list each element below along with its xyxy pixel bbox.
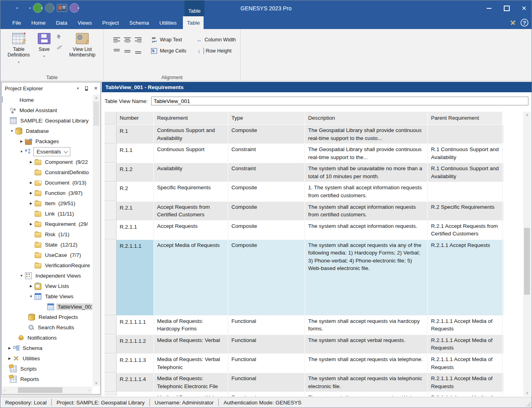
tree-item[interactable]: Search Results xyxy=(2,322,92,332)
tree-item[interactable]: Notifications xyxy=(2,332,92,343)
wrap-text-button[interactable]: abc↩ Wrap Text xyxy=(151,37,187,43)
cell-description[interactable]: The system shall accept requests via a W… xyxy=(305,392,428,396)
tree-expander-icon[interactable] xyxy=(18,140,25,143)
ribbon-tab[interactable]: Table xyxy=(183,16,204,29)
tree-item[interactable]: Table Views xyxy=(2,291,92,301)
cell-parent-requirement[interactable]: R.2.1.1.1 Accept Media of Requests xyxy=(428,392,503,396)
table-vertical-scrollbar[interactable]: ∧ ∨ xyxy=(523,112,531,396)
tree-item[interactable]: Link (11/11) xyxy=(2,208,92,219)
ribbon-tab[interactable]: File xyxy=(8,16,25,29)
pin-icon[interactable] xyxy=(56,34,62,40)
cell-parent-requirement[interactable]: R.2.1.1.1 Accept Media of Requests xyxy=(428,373,503,392)
table-view-name-input[interactable] xyxy=(151,97,528,105)
tree-item[interactable]: Reports xyxy=(2,374,92,384)
cell-requirement[interactable]: Accept Requests xyxy=(154,221,228,239)
table-row[interactable]: R.2.1.1.1 Accept Media of Requests Compo… xyxy=(105,240,503,316)
cell-parent-requirement[interactable]: R.1 Continuous Support and Availability xyxy=(428,163,503,182)
cell-number[interactable]: R.2 xyxy=(116,182,154,201)
tree-item[interactable]: Document (0/13) xyxy=(2,177,92,188)
table-definitions-button[interactable]: Table Definitions ▾ xyxy=(4,31,33,64)
row-selector[interactable] xyxy=(105,240,116,315)
cell-type[interactable]: Functional xyxy=(228,335,305,354)
row-selector[interactable] xyxy=(105,373,116,392)
tree-item[interactable]: TableView_001 xyxy=(2,301,92,312)
remove-star-icon[interactable]: ☆ xyxy=(56,44,62,51)
cell-parent-requirement[interactable]: R.1 Continuous Support and Availability xyxy=(428,144,503,163)
cell-type[interactable]: Composite xyxy=(228,240,305,315)
row-selector[interactable] xyxy=(105,221,116,239)
cell-number[interactable]: R.2.1.1.1.5 xyxy=(116,392,154,396)
cell-number[interactable]: R.2.1.1.1.2 xyxy=(116,335,154,354)
cell-parent-requirement[interactable]: R.2.1.1 Accept Requests xyxy=(428,240,503,315)
tree-item[interactable]: Component (9/22 xyxy=(2,157,92,167)
ribbon-tab[interactable]: Schema xyxy=(125,16,153,29)
panel-close-icon[interactable]: ✕ xyxy=(94,85,98,91)
scrollbar-thumb[interactable] xyxy=(93,102,99,126)
cell-description[interactable]: The system shall accept requests via any… xyxy=(305,240,428,315)
row-selector[interactable] xyxy=(105,316,116,334)
cell-requirement[interactable]: Media of Requests: Verbal Telephonic xyxy=(154,354,228,373)
valign-middle-icon[interactable] xyxy=(124,49,131,54)
dropdown-caret-icon[interactable]: ▾ xyxy=(18,60,19,64)
cell-parent-requirement[interactable]: R.2.1.1.1 Accept Media of Requests xyxy=(428,316,503,334)
tree-expander-icon[interactable] xyxy=(18,150,25,153)
dropdown-caret-icon[interactable]: ▾ xyxy=(43,54,45,58)
row-selector[interactable] xyxy=(105,354,116,373)
row-selector[interactable] xyxy=(105,163,116,182)
row-selector[interactable] xyxy=(105,202,116,220)
tree-item[interactable]: Packages xyxy=(2,136,92,146)
cell-description[interactable]: 1. The system shall accept information r… xyxy=(305,182,428,201)
cell-number[interactable]: R.2.1 xyxy=(116,202,154,220)
cell-number[interactable]: R.2.1.1.1.4 xyxy=(116,373,154,392)
valign-bottom-icon[interactable] xyxy=(135,49,142,54)
column-width-button[interactable]: ↔ Column Width xyxy=(196,37,236,43)
panel-menu-caret-icon[interactable]: ▾ xyxy=(77,86,79,90)
scroll-down-icon[interactable]: ∨ xyxy=(93,380,100,386)
dropdown-caret-icon[interactable]: ▾ xyxy=(16,6,18,10)
cell-type[interactable]: Composite xyxy=(228,125,305,144)
merge-cells-button[interactable]: ⇅ Merge Cells xyxy=(151,48,187,54)
maximize-button[interactable] xyxy=(503,5,510,12)
ribbon-tab[interactable]: Project xyxy=(98,16,123,29)
tree-expander-icon[interactable] xyxy=(18,274,25,278)
cell-number[interactable]: R.1.1 xyxy=(116,144,154,163)
valign-top-icon[interactable] xyxy=(113,49,120,54)
row-selector-header[interactable] xyxy=(105,112,116,124)
table-row[interactable]: R.2.1.1.1.5 Media of Requests: Web Servi… xyxy=(105,392,503,396)
scroll-up-icon[interactable]: ∧ xyxy=(524,112,531,118)
tree-item[interactable]: Risk (1/1) xyxy=(2,229,92,239)
cell-description[interactable]: The system shall be unavailable no more … xyxy=(305,163,428,182)
cell-number[interactable]: R.1 xyxy=(116,125,154,144)
row-selector[interactable] xyxy=(105,335,116,354)
ribbon-tab[interactable]: Home xyxy=(27,16,50,29)
tree-horizontal-scrollbar[interactable]: ‹ › xyxy=(2,387,92,394)
scroll-up-icon[interactable]: ∧ xyxy=(93,95,100,101)
table-row[interactable]: R.2 Specific Requirements Composite 1. T… xyxy=(105,182,503,201)
tree-expander-icon[interactable] xyxy=(6,346,13,350)
tree-item[interactable]: Requirement (29/ xyxy=(2,219,92,229)
cell-description[interactable]: The system shall accept requests via tel… xyxy=(305,354,428,373)
align-right-icon[interactable] xyxy=(135,37,142,43)
cell-requirement[interactable]: Continuous Support and Availability xyxy=(154,125,228,144)
tree-item[interactable]: Independent Views xyxy=(2,270,92,281)
cell-type[interactable]: Functional xyxy=(228,354,305,373)
table-row[interactable]: R.2.1.1.1.4 Media of Requests: Telephoni… xyxy=(105,373,503,392)
column-header[interactable]: Description xyxy=(305,112,428,124)
scroll-down-icon[interactable]: ∨ xyxy=(524,390,531,396)
tree-item[interactable]: VerificationRequire xyxy=(2,260,92,270)
dropdown-caret-icon[interactable]: ▾ xyxy=(41,6,43,10)
cell-parent-requirement[interactable]: R.2.1.1.1 Accept Media of Requests xyxy=(428,354,503,373)
tree-expander-icon[interactable] xyxy=(6,357,13,360)
scrollbar-thumb[interactable] xyxy=(524,228,530,295)
cell-type[interactable]: Constraint xyxy=(228,144,305,163)
cell-description[interactable]: The Geospatial Library shall provide con… xyxy=(305,125,428,144)
tree-item[interactable]: Schema xyxy=(2,343,92,353)
redo-icon[interactable] xyxy=(20,3,31,13)
cell-parent-requirement[interactable]: R.2.1.1.1 Accept Media of Requests xyxy=(428,335,503,354)
cell-type[interactable]: Composite xyxy=(228,221,305,239)
tree-item[interactable]: Scripts xyxy=(2,363,92,374)
table-row[interactable]: R.2.1.1.1.3 Media of Requests: Verbal Te… xyxy=(105,354,503,373)
cell-requirement[interactable]: Media of Requests: Hardcopy Forms xyxy=(154,316,228,334)
panel-pin-icon[interactable] xyxy=(84,86,88,91)
tree-expander-icon[interactable] xyxy=(27,295,35,298)
